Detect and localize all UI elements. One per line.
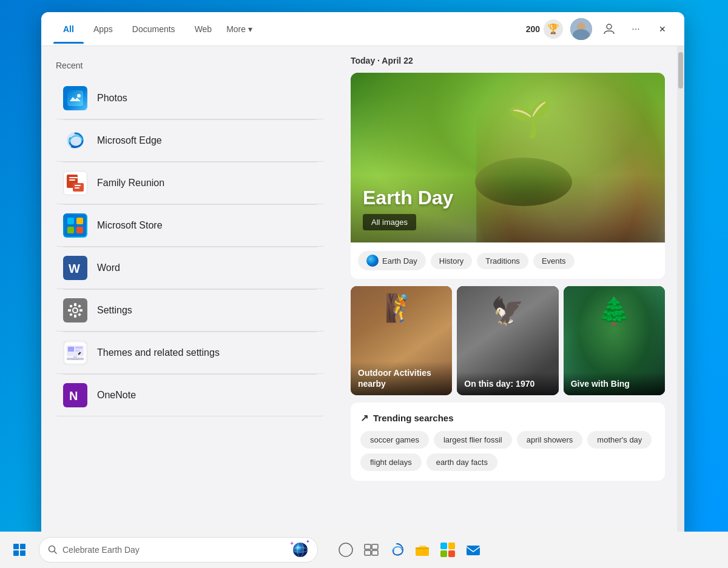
taskbar-store-icon[interactable] [437,539,459,561]
svg-rect-11 [69,179,75,181]
trending-header: ↗ Trending searches [360,412,655,424]
edge-icon-svg [64,130,86,152]
app-label: Family Reunion [97,178,164,189]
explorer-icon-svg [414,541,431,558]
left-panel: Recent [41,46,339,540]
edge-app-icon [63,129,87,153]
svg-rect-27 [68,309,71,312]
avatar-image [570,18,592,40]
app-label: Microsoft Edge [97,135,162,146]
search-bar[interactable]: Celebrate Earth Day ✦ ✦ [39,537,318,563]
app-label: Microsoft Store [97,220,163,231]
svg-point-24 [73,309,77,312]
trending-tag[interactable]: mother's day [587,431,652,449]
word-app-icon: W [63,256,87,280]
themes-app-icon [63,341,87,365]
circle-icon-svg [337,541,354,558]
taskbar-search-icon[interactable] [335,539,357,561]
trending-tags: soccer games largest flier fossil april … [360,431,655,471]
app-label: Settings [97,305,132,316]
list-item[interactable]: Family Reunion [56,162,324,204]
user-icon-button[interactable] [599,19,619,39]
store-icon-svg [64,215,86,236]
onenote-app-icon: N [63,383,87,407]
trending-tag[interactable]: flight delays [360,453,422,471]
history-tag[interactable]: History [431,253,472,269]
tags-row: Earth Day History Traditions Events [351,242,665,279]
list-item[interactable]: Themes and related settings [56,332,324,374]
trophy-icon[interactable]: 🏆 [544,19,563,39]
taskbar-edge-icon[interactable] [386,539,408,561]
history-label: On this day: 1970 [457,372,558,395]
history-card[interactable]: 🦅 On this day: 1970 [457,286,558,395]
svg-rect-13 [75,185,81,186]
hero-title: Earth Day [363,187,653,209]
scrollbar-thumb[interactable] [678,52,683,89]
cards-row: 🧗 Outdoor Activities nearby 🦅 On this da… [351,286,665,395]
outdoor-person-emoji: 🧗 [385,292,418,324]
svg-rect-50 [372,544,378,549]
today-label: Today [351,56,375,65]
hero-overlay: Earth Day All images [351,175,665,242]
bing-card[interactable]: 🌲 Give with Bing [564,286,665,395]
outdoor-card[interactable]: 🧗 Outdoor Activities nearby [351,286,452,395]
hero-image: 🌱 Earth Day All images [351,73,665,242]
svg-rect-5 [67,90,83,106]
taskbar-pinned-icons [335,539,484,561]
list-item[interactable]: Photos [56,78,324,119]
taskview-icon-svg [363,541,380,558]
svg-rect-36 [73,356,77,359]
trending-tag[interactable]: april showers [517,431,583,449]
pptx-icon-svg [64,172,86,194]
trending-section: ↗ Trending searches soccer games largest… [351,403,665,481]
trending-tag[interactable]: largest flier fossil [434,431,512,449]
list-item[interactable]: Settings [56,290,324,332]
pptx-app-icon [63,171,87,195]
avatar[interactable] [570,18,592,40]
taskbar: Celebrate Earth Day ✦ ✦ [0,532,728,568]
close-button[interactable]: ✕ [653,19,672,39]
list-item[interactable]: Microsoft Edge [56,120,324,162]
app-label: OneNote [97,390,136,401]
themes-icon-svg [64,342,86,364]
content-area: Recent [41,46,684,540]
person-icon [603,23,615,35]
scrollbar-track[interactable] [677,46,684,540]
svg-line-44 [55,552,57,554]
hero-card[interactable]: 🌱 Earth Day All images Earth D [351,73,665,279]
earth-globe-icon [366,255,379,267]
traditions-tag[interactable]: Traditions [477,253,528,269]
plant-emoji: 🌱 [507,97,553,140]
taskbar-mail-icon[interactable] [462,539,484,561]
app-list: Photos Microsoft Ed [56,78,324,416]
recent-section-title: Recent [56,61,324,70]
bing-label: Give with Bing [564,372,665,395]
tab-documents[interactable]: Documents [123,15,185,44]
edge-taskbar-svg [388,541,405,558]
svg-rect-51 [365,550,371,555]
svg-rect-54 [416,547,429,549]
svg-rect-49 [365,544,371,549]
list-item[interactable]: N OneNote [56,375,324,416]
start-button[interactable] [7,538,32,562]
tab-all[interactable]: All [53,15,84,44]
store-taskbar-svg [439,541,456,558]
svg-rect-55 [440,543,447,549]
app-label: Themes and related settings [97,347,220,358]
date-value: April 22 [382,56,413,65]
trending-tag[interactable]: soccer games [360,431,429,449]
list-item[interactable]: Microsoft Store [56,205,324,247]
more-options-button[interactable]: ··· [626,19,645,39]
trending-tag[interactable]: earth day facts [426,453,497,471]
tab-web[interactable]: Web [185,15,222,44]
store-app-icon [63,213,87,238]
list-item[interactable]: W Word [56,247,324,289]
svg-rect-40 [75,350,80,352]
taskbar-explorer-icon[interactable] [411,539,433,561]
tab-more[interactable]: More ▾ [221,22,257,36]
all-images-button[interactable]: All images [363,214,416,230]
earth-day-tag[interactable]: Earth Day [358,251,426,270]
taskbar-taskview-icon[interactable] [360,539,382,561]
tab-apps[interactable]: Apps [84,15,123,44]
events-tag[interactable]: Events [533,253,575,269]
